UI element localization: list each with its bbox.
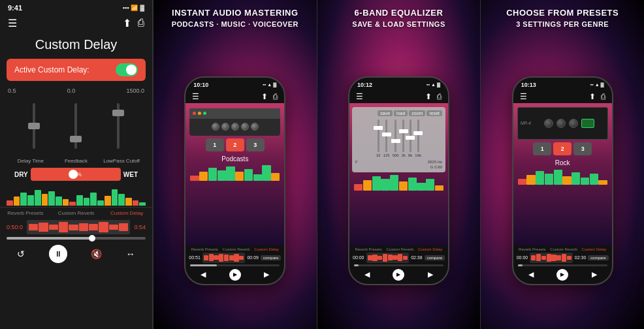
eq-fader-track-1[interactable]	[378, 119, 379, 152]
knob-1[interactable]	[212, 123, 219, 131]
feedback-thumb[interactable]	[70, 136, 82, 142]
phone-share-icon-3[interactable]: ⎙	[437, 92, 442, 101]
pc-next-3[interactable]: ▶	[428, 270, 433, 279]
phone-playback-3[interactable]	[354, 264, 443, 266]
eq-gain-value: 0.80	[434, 165, 442, 169]
spec-bar	[76, 195, 83, 206]
share-icon[interactable]: ⎙	[138, 17, 144, 29]
phone-playback-2[interactable]	[190, 264, 280, 266]
eq-band-label-1: 32	[376, 153, 381, 157]
phone-tab-delay-2[interactable]: Custom Delay	[254, 247, 279, 251]
progress-thumb[interactable]	[89, 235, 95, 242]
phone-menu-icon-3[interactable]: ☰	[356, 92, 363, 101]
delay-time-slider[interactable]	[33, 97, 35, 155]
phone-tab-reverb2-3[interactable]: Custom Reverb	[386, 247, 413, 251]
ptb	[204, 255, 208, 260]
phone-share-icon-2[interactable]: ⎙	[273, 92, 278, 101]
knob-2[interactable]	[221, 123, 229, 131]
phone-menu-icon-2[interactable]: ☰	[192, 92, 199, 101]
ptb	[219, 254, 223, 262]
rack-knob-2[interactable]	[556, 119, 566, 128]
eq-fader-thumb-4[interactable]	[399, 129, 408, 133]
pc-next-4[interactable]: ▶	[592, 270, 597, 279]
compare-btn-4[interactable]: compare	[588, 255, 608, 260]
ptb	[383, 254, 387, 262]
phone-share-icon-4[interactable]: ⎙	[601, 92, 605, 101]
eq-save-btn[interactable]: save	[378, 110, 393, 116]
compare-btn-3[interactable]: compare	[425, 255, 445, 260]
pc-play-3[interactable]: ▶	[393, 269, 404, 281]
active-toggle-row[interactable]: Active Custom Delay:	[7, 59, 146, 81]
phone-playback-4[interactable]	[518, 264, 607, 266]
tab-custom-reverb[interactable]: Custom Reverb	[51, 210, 102, 216]
preset-3-btn-4[interactable]: 3	[573, 142, 592, 155]
rack-knob-1[interactable]	[544, 119, 553, 128]
eq-fader-track-2[interactable]	[385, 119, 387, 152]
eq-fader-thumb-3[interactable]	[391, 139, 400, 143]
eq-faders: 32 125	[355, 118, 442, 157]
ptb	[372, 255, 377, 262]
playback-progress[interactable]	[7, 237, 146, 240]
pt-end-4: 02:30	[575, 255, 587, 260]
eq-load-btn[interactable]: load	[394, 110, 408, 116]
drywet-control[interactable]: DRY 30% WET	[8, 168, 144, 181]
sp-bar	[381, 179, 389, 191]
lowpass-thumb[interactable]	[112, 110, 124, 116]
upload-icon[interactable]: ⬆	[123, 17, 131, 29]
tab-reverb-presets[interactable]: Reverb Presets	[0, 210, 51, 216]
drywet-track[interactable]: 30%	[31, 168, 121, 181]
loop-icon[interactable]: ↔	[126, 249, 135, 259]
eq-fader-thumb-5[interactable]	[406, 136, 415, 140]
phone-upload-icon-3[interactable]: ⬆	[425, 92, 432, 101]
phone-tab-delay-4[interactable]: Custom Delay	[582, 247, 607, 251]
knob-3[interactable]	[231, 123, 239, 131]
phone-tab-reverb2-4[interactable]: Custom Reverb	[550, 247, 577, 251]
preset-1-btn[interactable]: 1	[206, 138, 224, 151]
pc-play-2[interactable]: ▶	[229, 269, 241, 281]
preset-2-btn[interactable]: 2	[226, 138, 244, 151]
rack-knob-3[interactable]	[569, 119, 578, 128]
phone-tab-reverb-2[interactable]: Reverb Presets	[191, 247, 218, 251]
eq-fader-thumb-1[interactable]	[374, 126, 383, 130]
eq-reset-btn[interactable]: reset	[427, 110, 442, 116]
phone-menu-icon-4[interactable]: ☰	[520, 92, 527, 101]
phone-tab-reverb2-2[interactable]: Custom Reverb	[223, 247, 250, 251]
phone-upload-icon-2[interactable]: ⬆	[261, 92, 268, 101]
preset-1-btn-4[interactable]: 1	[533, 142, 551, 155]
spec-bar	[125, 198, 132, 206]
compare-btn-2[interactable]: compare	[261, 255, 281, 260]
menu-icon[interactable]: ☰	[8, 17, 17, 29]
eq-fader-track-4[interactable]	[402, 119, 404, 152]
delay-time-thumb[interactable]	[28, 123, 40, 129]
pc-prev-4[interactable]: ◀	[528, 270, 534, 279]
eq-fader-track-5[interactable]	[410, 119, 411, 152]
tab-custom-delay[interactable]: Custom Delay	[101, 210, 152, 216]
pc-prev-3[interactable]: ◀	[364, 270, 370, 279]
sp-bar	[235, 172, 244, 181]
lowpass-slider[interactable]	[117, 97, 120, 155]
knob-5[interactable]	[251, 123, 259, 131]
eq-fader-track-3[interactable]	[394, 119, 396, 152]
pc-prev-2[interactable]: ◀	[201, 270, 206, 279]
restart-icon[interactable]: ↺	[17, 249, 25, 259]
phone-tab-reverb-4[interactable]: Reverb Presets	[519, 247, 545, 251]
mute-icon[interactable]: 🔇	[91, 249, 102, 259]
active-toggle[interactable]	[116, 63, 138, 76]
phone-tab-reverb-3[interactable]: Reverb Presets	[355, 247, 381, 251]
eq-zoom-btn[interactable]: zoom	[409, 110, 425, 116]
knob-4[interactable]	[241, 123, 249, 131]
phone-upload-icon-4[interactable]: ⬆	[589, 92, 596, 101]
play-pause-button[interactable]: ⏸	[49, 245, 67, 263]
feedback-slider[interactable]	[74, 97, 77, 155]
eq-fader-thumb-6[interactable]	[413, 131, 423, 135]
pc-next-2[interactable]: ▶	[264, 270, 269, 279]
pc-play-4[interactable]: ▶	[556, 269, 568, 281]
preset-2-btn-4[interactable]: 2	[553, 142, 572, 155]
eq-fader-track-6[interactable]	[417, 119, 419, 152]
phone-tab-delay-3[interactable]: Custom Delay	[418, 247, 443, 251]
eq-fader-thumb-2[interactable]	[382, 133, 391, 136]
preset-3-btn[interactable]: 3	[246, 138, 265, 151]
drywet-thumb[interactable]	[69, 170, 78, 179]
rack-meter	[581, 119, 594, 128]
phone-spectrum-3	[352, 175, 445, 191]
